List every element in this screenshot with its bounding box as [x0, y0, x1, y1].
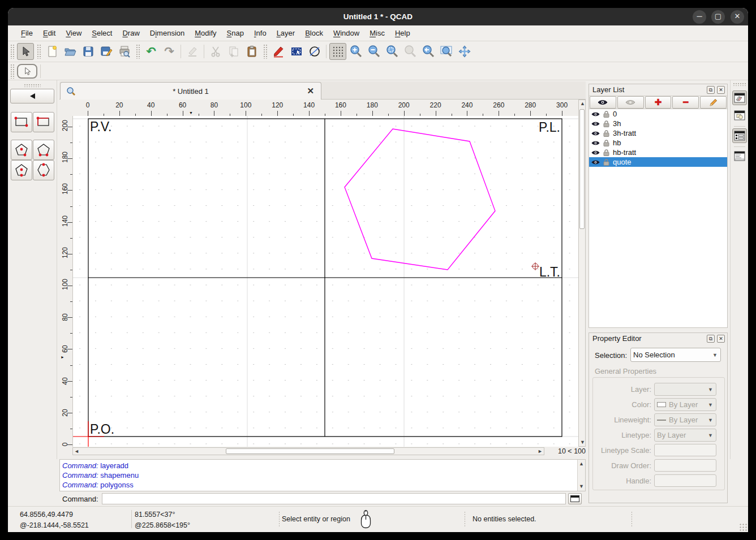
property-combo[interactable]: By Layer ▼ [654, 429, 716, 442]
draw-pencil-button[interactable] [270, 43, 287, 60]
selection-tool-button[interactable] [17, 64, 37, 79]
horizontal-scrollbar-thumb[interactable] [226, 448, 394, 454]
zoom-previous-button[interactable] [402, 43, 419, 60]
scroll-down-icon[interactable]: ▼ [579, 439, 586, 446]
zoom-out-button[interactable] [366, 43, 383, 60]
property-combo[interactable]: By Layer ▼ [654, 398, 716, 411]
menu-item[interactable]: Help [390, 27, 415, 40]
undo-button[interactable]: ↶ [143, 43, 160, 60]
remove-layer-button[interactable]: ━ [672, 96, 699, 109]
toolbar-drag-handle[interactable] [10, 64, 14, 79]
menu-item[interactable]: View [61, 27, 87, 40]
zoom-window-button[interactable] [438, 43, 455, 60]
panel-close-icon[interactable]: ✕ [717, 335, 725, 343]
scroll-down-icon[interactable]: ▼ [578, 483, 585, 490]
panel-close-icon[interactable]: ✕ [717, 86, 725, 94]
layer-lock-icon[interactable] [603, 140, 609, 146]
panel-float-icon[interactable]: ⧉ [707, 335, 715, 343]
selection-pointer-button[interactable] [17, 43, 34, 60]
scroll-right-icon[interactable]: ► [536, 448, 544, 455]
panel-float-icon[interactable]: ⧉ [707, 86, 715, 94]
back-button[interactable] [10, 89, 54, 103]
layer-visibility-eye-icon[interactable] [591, 121, 600, 127]
window-resize-grip[interactable] [739, 523, 747, 531]
hexagon-entity[interactable] [345, 129, 495, 270]
scroll-left-icon[interactable]: ◄ [73, 448, 80, 455]
scroll-up-icon[interactable]: ▲ [579, 100, 586, 107]
layer-visibility-eye-icon[interactable] [591, 150, 600, 155]
history-scrollbar[interactable]: ▲ ▼ [577, 460, 585, 491]
block-list-toggle-button[interactable] [732, 108, 747, 123]
toolbar-drag-handle[interactable] [136, 44, 140, 59]
menu-item[interactable]: Draw [117, 27, 144, 40]
command-line-toggle-button[interactable] [732, 149, 747, 163]
menu-item[interactable]: File [16, 27, 38, 40]
auto-zoom-button[interactable] [384, 43, 401, 60]
selection-combo[interactable]: No Selection ▼ [630, 348, 721, 362]
layer-visibility-eye-icon[interactable] [591, 131, 600, 136]
polygon-side-side-button[interactable] [33, 160, 54, 180]
layer-visibility-eye-icon[interactable] [591, 140, 600, 146]
selection-mode-button[interactable] [288, 43, 305, 60]
maximize-button[interactable]: ▢ [711, 10, 725, 24]
property-input[interactable] [654, 444, 716, 456]
vertical-scrollbar-thumb[interactable] [579, 109, 585, 229]
scroll-up-icon[interactable]: ▲ [578, 460, 585, 468]
layer-row[interactable]: 3h [589, 119, 727, 128]
zoom-back-button[interactable] [420, 43, 437, 60]
menu-item[interactable]: Misc [364, 27, 390, 40]
toolbar-drag-handle[interactable] [10, 44, 14, 59]
property-input[interactable] [654, 474, 716, 487]
layer-row[interactable]: hb-tratt [589, 148, 727, 157]
horizontal-scrollbar[interactable]: ◄ ► [72, 447, 544, 455]
menu-item[interactable]: Select [87, 27, 117, 40]
cut-button[interactable] [207, 43, 224, 60]
layer-row[interactable]: quote [589, 157, 727, 167]
show-all-layers-button[interactable] [590, 96, 616, 109]
redo-button[interactable]: ↷ [161, 43, 178, 60]
rectangle-2points-button[interactable] [11, 112, 32, 132]
add-layer-button[interactable]: ✚ [645, 96, 672, 109]
drawing-canvas[interactable]: P.V. P.L. L.T. P.O. [72, 116, 578, 447]
polygon-center-edge-button[interactable] [11, 160, 32, 180]
menu-item[interactable]: Modify [190, 27, 221, 40]
layer-list-toggle-button[interactable] [732, 90, 747, 105]
layer-lock-icon[interactable] [603, 120, 609, 127]
layer-row[interactable]: 0 [589, 109, 727, 119]
property-combo[interactable]: ▼ [654, 383, 716, 396]
toolbar-drag-handle[interactable] [733, 83, 746, 86]
grid-toggle-button[interactable] [329, 43, 346, 60]
new-document-button[interactable] [44, 43, 61, 60]
property-editor-toggle-button[interactable] [732, 128, 747, 143]
menu-item[interactable]: Info [249, 27, 272, 40]
rectangle-size-button[interactable] [33, 112, 54, 132]
paste-button[interactable] [243, 43, 260, 60]
document-tab[interactable]: * Untitled 1 ✕ [60, 82, 321, 100]
layer-lock-icon[interactable] [603, 130, 609, 137]
menu-item[interactable]: Snap [222, 27, 249, 40]
menu-item[interactable]: Window [328, 27, 364, 40]
layer-visibility-eye-icon[interactable] [591, 159, 600, 165]
save-button[interactable] [80, 43, 97, 60]
toolbar-drag-handle[interactable] [263, 44, 267, 59]
layer-lock-icon[interactable] [603, 149, 609, 156]
layer-row[interactable]: hb [589, 138, 727, 148]
property-combo[interactable]: By Layer ▼ [654, 413, 716, 426]
menu-item[interactable]: Edit [38, 27, 61, 40]
layer-lock-icon[interactable] [603, 159, 609, 166]
layer-visibility-eye-icon[interactable] [591, 111, 600, 117]
layer-row[interactable]: 3h-tratt [589, 128, 727, 138]
dock-drag-handle[interactable] [24, 84, 41, 87]
console-toggle-button[interactable] [568, 493, 582, 504]
tab-close-icon[interactable]: ✕ [307, 86, 314, 96]
menu-item[interactable]: Dimension [145, 27, 190, 40]
toolbar-drag-handle[interactable] [37, 44, 41, 59]
erase-button[interactable] [184, 43, 201, 60]
close-button[interactable]: ✕ [731, 10, 744, 24]
menu-item[interactable]: Layer [272, 27, 300, 40]
polygon-center-vertex-button[interactable] [11, 140, 32, 160]
command-input[interactable] [102, 493, 566, 504]
copy-button[interactable] [225, 43, 242, 60]
vertical-scrollbar[interactable]: ▲ ▼ [578, 100, 586, 447]
minimize-button[interactable]: ─ [693, 10, 706, 24]
